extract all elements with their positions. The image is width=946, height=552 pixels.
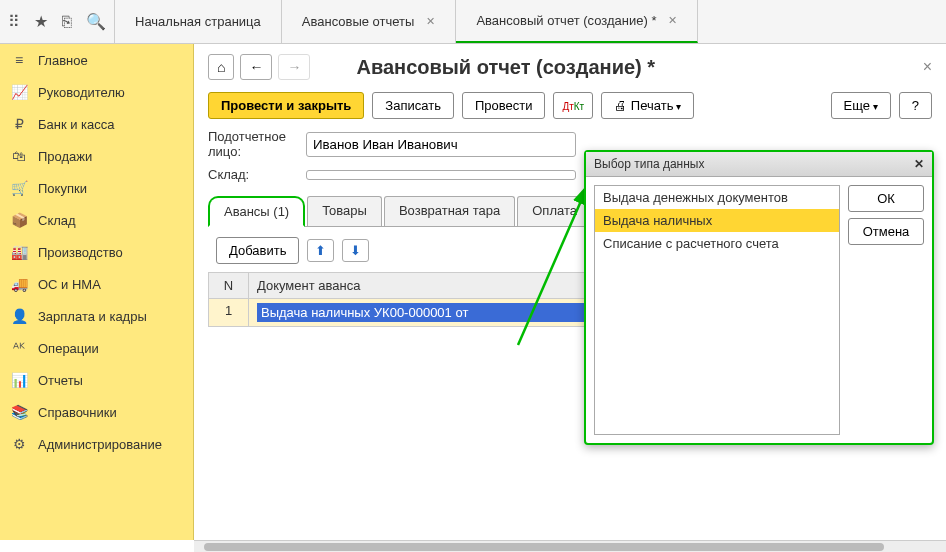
cart-icon: 🛒: [10, 180, 28, 196]
sidebar-item-label: Администрирование: [38, 437, 162, 452]
move-up-button[interactable]: ⬆: [307, 239, 334, 262]
top-toolbar: ⠿ ★ ⎘ 🔍 Начальная страница Авансовые отч…: [0, 0, 946, 44]
person-input[interactable]: Иванов Иван Иванович: [306, 132, 576, 157]
move-down-button[interactable]: ⬇: [342, 239, 369, 262]
factory-icon: 🏭: [10, 244, 28, 260]
ruble-icon: ₽: [10, 116, 28, 132]
tab-reports-label: Авансовые отчеты: [302, 14, 415, 29]
tab-home[interactable]: Начальная страница: [115, 0, 282, 43]
close-icon[interactable]: ✕: [426, 15, 435, 28]
person-label: Подотчетное лицо:: [208, 129, 298, 159]
nav-row: ⌂ ← → Авансовый отчет (создание) * ×: [208, 54, 932, 80]
page-title: Авансовый отчет (создание) *: [356, 56, 655, 79]
sidebar: ≡Главное 📈Руководителю ₽Банк и касса 🛍Пр…: [0, 44, 194, 540]
tab-payment[interactable]: Оплата: [517, 196, 592, 226]
dialog-body: Выдача денежных документов Выдача наличн…: [586, 177, 932, 443]
tab-home-label: Начальная страница: [135, 14, 261, 29]
sidebar-item-purchases[interactable]: 🛒Покупки: [0, 172, 193, 204]
books-icon: 📚: [10, 404, 28, 420]
menu-icon: ≡: [10, 52, 28, 68]
warehouse-input[interactable]: [306, 170, 576, 180]
tab-advances[interactable]: Авансы (1): [208, 196, 305, 227]
bag-icon: 🛍: [10, 148, 28, 164]
post-button[interactable]: Провести: [462, 92, 546, 119]
sidebar-item-label: Отчеты: [38, 373, 83, 388]
scrollbar-thumb[interactable]: [204, 543, 884, 551]
save-button[interactable]: Записать: [372, 92, 454, 119]
sidebar-item-main[interactable]: ≡Главное: [0, 44, 193, 76]
option-list[interactable]: Выдача денежных документов Выдача наличн…: [594, 185, 840, 435]
cancel-button[interactable]: Отмена: [848, 218, 924, 245]
option-2[interactable]: Выдача наличных: [595, 209, 839, 232]
person-icon: 👤: [10, 308, 28, 324]
sidebar-item-sales[interactable]: 🛍Продажи: [0, 140, 193, 172]
dialog-close-button[interactable]: ✕: [914, 157, 924, 171]
sidebar-item-label: Руководителю: [38, 85, 125, 100]
sidebar-item-manager[interactable]: 📈Руководителю: [0, 76, 193, 108]
sidebar-item-hr[interactable]: 👤Зарплата и кадры: [0, 300, 193, 332]
sidebar-item-admin[interactable]: ⚙Администрирование: [0, 428, 193, 460]
sidebar-item-label: Зарплата и кадры: [38, 309, 147, 324]
chart-icon: 📈: [10, 84, 28, 100]
more-button[interactable]: Еще: [831, 92, 891, 119]
top-tabs: Начальная страница Авансовые отчеты✕ Ава…: [115, 0, 698, 43]
sidebar-item-label: Производство: [38, 245, 123, 260]
gear-icon: ⚙: [10, 436, 28, 452]
sidebar-item-label: ОС и НМА: [38, 277, 101, 292]
dtkt-icon: ᴬᴷ: [10, 340, 28, 356]
toolbar-icons: ⠿ ★ ⎘ 🔍: [0, 0, 115, 43]
tab-create[interactable]: Авансовый отчет (создание) *✕: [456, 0, 698, 43]
back-button[interactable]: ←: [240, 54, 272, 80]
option-3[interactable]: Списание с расчетного счета: [595, 232, 839, 255]
post-close-button[interactable]: Провести и закрыть: [208, 92, 364, 119]
option-1[interactable]: Выдача денежных документов: [595, 186, 839, 209]
tab-goods[interactable]: Товары: [307, 196, 382, 226]
dialog-buttons: ОК Отмена: [848, 185, 924, 435]
sidebar-item-catalogs[interactable]: 📚Справочники: [0, 396, 193, 428]
home-button[interactable]: ⌂: [208, 54, 234, 80]
help-button[interactable]: ?: [899, 92, 932, 119]
sidebar-item-label: Справочники: [38, 405, 117, 420]
report-icon: 📊: [10, 372, 28, 388]
tab-reports[interactable]: Авансовые отчеты✕: [282, 0, 457, 43]
sidebar-item-label: Операции: [38, 341, 99, 356]
cell-n: 1: [209, 299, 249, 326]
type-dialog: Выбор типа данных ✕ Выдача денежных доку…: [584, 150, 934, 445]
clipboard-icon[interactable]: ⎘: [62, 13, 72, 31]
print-button[interactable]: 🖨 Печать: [601, 92, 694, 119]
sidebar-item-production[interactable]: 🏭Производство: [0, 236, 193, 268]
tab-returns[interactable]: Возвратная тара: [384, 196, 515, 226]
horizontal-scrollbar[interactable]: [194, 540, 946, 552]
sidebar-item-reports[interactable]: 📊Отчеты: [0, 364, 193, 396]
add-button[interactable]: Добавить: [216, 237, 299, 264]
sidebar-item-assets[interactable]: 🚚ОС и НМА: [0, 268, 193, 300]
action-row: Провести и закрыть Записать Провести ДтК…: [208, 92, 932, 119]
truck-icon: 🚚: [10, 276, 28, 292]
box-icon: 📦: [10, 212, 28, 228]
search-icon[interactable]: 🔍: [86, 12, 106, 31]
sidebar-item-label: Склад: [38, 213, 76, 228]
sidebar-item-bank[interactable]: ₽Банк и касса: [0, 108, 193, 140]
sidebar-item-label: Банк и касса: [38, 117, 115, 132]
col-n[interactable]: N: [209, 273, 249, 298]
sidebar-item-warehouse[interactable]: 📦Склад: [0, 204, 193, 236]
apps-icon[interactable]: ⠿: [8, 12, 20, 31]
star-icon[interactable]: ★: [34, 12, 48, 31]
forward-button[interactable]: →: [278, 54, 310, 80]
warehouse-label: Склад:: [208, 167, 298, 182]
dialog-title-text: Выбор типа данных: [594, 157, 704, 171]
sidebar-item-label: Главное: [38, 53, 88, 68]
sidebar-item-operations[interactable]: ᴬᴷОперации: [0, 332, 193, 364]
close-page-button[interactable]: ×: [923, 58, 932, 76]
dialog-titlebar[interactable]: Выбор типа данных ✕: [586, 152, 932, 177]
close-icon[interactable]: ✕: [668, 14, 677, 27]
movements-button[interactable]: ДтКт: [553, 92, 593, 119]
ok-button[interactable]: ОК: [848, 185, 924, 212]
tab-create-label: Авансовый отчет (создание) *: [476, 13, 656, 28]
sidebar-item-label: Продажи: [38, 149, 92, 164]
sidebar-item-label: Покупки: [38, 181, 87, 196]
